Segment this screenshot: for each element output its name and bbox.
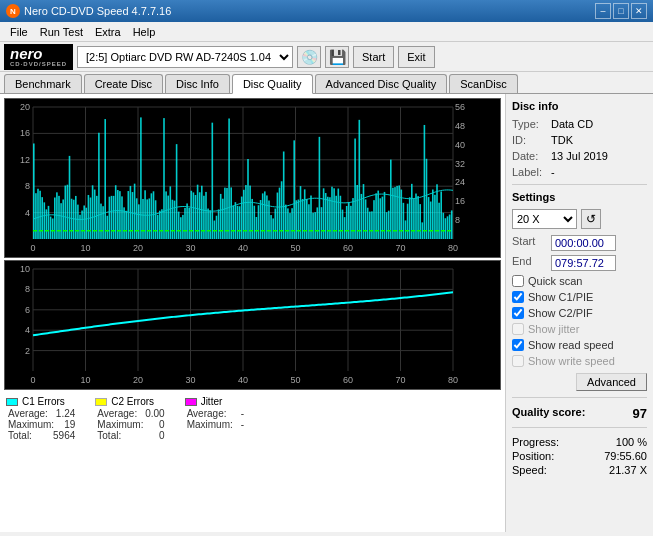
divider-3 xyxy=(512,427,647,428)
jitter-color-box xyxy=(185,398,197,406)
start-row: Start xyxy=(512,235,647,251)
start-label: Start xyxy=(512,235,547,251)
show-read-speed-row: Show read speed xyxy=(512,339,647,351)
exit-button[interactable]: Exit xyxy=(398,46,434,68)
right-panel: Disc info Type: Data CD ID: TDK Date: 13… xyxy=(505,94,653,532)
title-bar-controls[interactable]: – □ ✕ xyxy=(595,3,647,19)
bottom-chart xyxy=(4,260,501,390)
show-c1-pie-label: Show C1/PIE xyxy=(528,291,593,303)
chart-area: C1 Errors Average: 1.24 Maximum: 19 Tota… xyxy=(0,94,505,532)
refresh-button[interactable]: ↺ xyxy=(581,209,601,229)
show-c2-pif-label: Show C2/PIF xyxy=(528,307,593,319)
quality-score-row: Quality score: 97 xyxy=(512,406,647,421)
disc-date-row: Date: 13 Jul 2019 xyxy=(512,150,647,162)
disc-id-value: TDK xyxy=(551,134,573,146)
disc-id-row: ID: TDK xyxy=(512,134,647,146)
disc-label-label: Label: xyxy=(512,166,547,178)
show-read-speed-checkbox[interactable] xyxy=(512,339,524,351)
progress-row: Progress: 100 % xyxy=(512,436,647,448)
jitter-max-label: Maximum: xyxy=(187,419,233,430)
toolbar: nero CD·DVD/SPEED [2:5] Optiarc DVD RW A… xyxy=(0,42,653,72)
c2-avg-value: 0.00 xyxy=(145,408,164,419)
save-button[interactable]: 💾 xyxy=(325,46,349,68)
position-row: Position: 79:55.60 xyxy=(512,450,647,462)
tab-create-disc[interactable]: Create Disc xyxy=(84,74,163,93)
advanced-button[interactable]: Advanced xyxy=(576,373,647,391)
end-label: End xyxy=(512,255,547,271)
minimize-button[interactable]: – xyxy=(595,3,611,19)
divider-2 xyxy=(512,397,647,398)
c1-color-box xyxy=(6,398,18,406)
c2-color-box xyxy=(95,398,107,406)
quality-score-label: Quality score: xyxy=(512,406,585,421)
app-icon: N xyxy=(6,4,20,18)
disc-label-row: Label: - xyxy=(512,166,647,178)
end-input[interactable] xyxy=(551,255,616,271)
nero-logo: nero CD·DVD/SPEED xyxy=(4,44,73,70)
tab-scandisc[interactable]: ScanDisc xyxy=(449,74,517,93)
quick-scan-checkbox[interactable] xyxy=(512,275,524,287)
settings-title: Settings xyxy=(512,191,647,203)
menu-run-test[interactable]: Run Test xyxy=(34,24,89,40)
speed-value: 21.37 X xyxy=(609,464,647,476)
c2-total-label: Total: xyxy=(97,430,121,441)
show-c2-pif-checkbox[interactable] xyxy=(512,307,524,319)
legend-c1-errors: C1 Errors Average: 1.24 Maximum: 19 Tota… xyxy=(6,396,75,441)
show-c1-pie-checkbox[interactable] xyxy=(512,291,524,303)
title-bar-left: N Nero CD-DVD Speed 4.7.7.16 xyxy=(6,4,171,18)
c1-avg-label: Average: xyxy=(8,408,48,419)
show-write-speed-label: Show write speed xyxy=(528,355,615,367)
quick-scan-row: Quick scan xyxy=(512,275,647,287)
disc-id-label: ID: xyxy=(512,134,547,146)
title-bar: N Nero CD-DVD Speed 4.7.7.16 – □ ✕ xyxy=(0,0,653,22)
disc-type-label: Type: xyxy=(512,118,547,130)
disc-label-value: - xyxy=(551,166,555,178)
speed-label: Speed: xyxy=(512,464,547,476)
show-jitter-row: Show jitter xyxy=(512,323,647,335)
c1-total-label: Total: xyxy=(8,430,32,441)
c2-max-label: Maximum: xyxy=(97,419,143,430)
start-button[interactable]: Start xyxy=(353,46,394,68)
legend-area: C1 Errors Average: 1.24 Maximum: 19 Tota… xyxy=(4,392,501,445)
tab-advanced-disc-quality[interactable]: Advanced Disc Quality xyxy=(315,74,448,93)
menu-file[interactable]: File xyxy=(4,24,34,40)
c1-max-label: Maximum: xyxy=(8,419,54,430)
c2-label: C2 Errors xyxy=(111,396,154,407)
show-jitter-checkbox xyxy=(512,323,524,335)
c1-max-value: 19 xyxy=(64,419,75,430)
disc-type-row: Type: Data CD xyxy=(512,118,647,130)
legend-c2-errors: C2 Errors Average: 0.00 Maximum: 0 Total… xyxy=(95,396,164,441)
tab-disc-quality[interactable]: Disc Quality xyxy=(232,74,313,94)
legend-jitter: Jitter Average: - Maximum: - xyxy=(185,396,244,441)
drive-select[interactable]: [2:5] Optiarc DVD RW AD-7240S 1.04 xyxy=(77,46,293,68)
jitter-max-value: - xyxy=(241,419,244,430)
bottom-chart-canvas xyxy=(5,261,473,389)
menu-help[interactable]: Help xyxy=(127,24,162,40)
speed-row-2: Speed: 21.37 X xyxy=(512,464,647,476)
jitter-avg-label: Average: xyxy=(187,408,227,419)
end-row: End xyxy=(512,255,647,271)
progress-value: 100 % xyxy=(616,436,647,448)
speed-row: 20 X ↺ xyxy=(512,209,647,229)
tab-disc-info[interactable]: Disc Info xyxy=(165,74,230,93)
maximize-button[interactable]: □ xyxy=(613,3,629,19)
start-input[interactable] xyxy=(551,235,616,251)
top-chart xyxy=(4,98,501,258)
c2-total-value: 0 xyxy=(159,430,165,441)
disc-icon-button[interactable]: 💿 xyxy=(297,46,321,68)
divider-1 xyxy=(512,184,647,185)
show-write-speed-row: Show write speed xyxy=(512,355,647,367)
menu-extra[interactable]: Extra xyxy=(89,24,127,40)
title-bar-text: Nero CD-DVD Speed 4.7.7.16 xyxy=(24,5,171,17)
close-button[interactable]: ✕ xyxy=(631,3,647,19)
tab-benchmark[interactable]: Benchmark xyxy=(4,74,82,93)
top-chart-canvas xyxy=(5,99,473,257)
c1-total-value: 5964 xyxy=(53,430,75,441)
position-value: 79:55.60 xyxy=(604,450,647,462)
show-read-speed-label: Show read speed xyxy=(528,339,614,351)
show-write-speed-checkbox xyxy=(512,355,524,367)
speed-select[interactable]: 20 X xyxy=(512,209,577,229)
disc-date-label: Date: xyxy=(512,150,547,162)
progress-label: Progress: xyxy=(512,436,559,448)
c2-max-value: 0 xyxy=(159,419,165,430)
